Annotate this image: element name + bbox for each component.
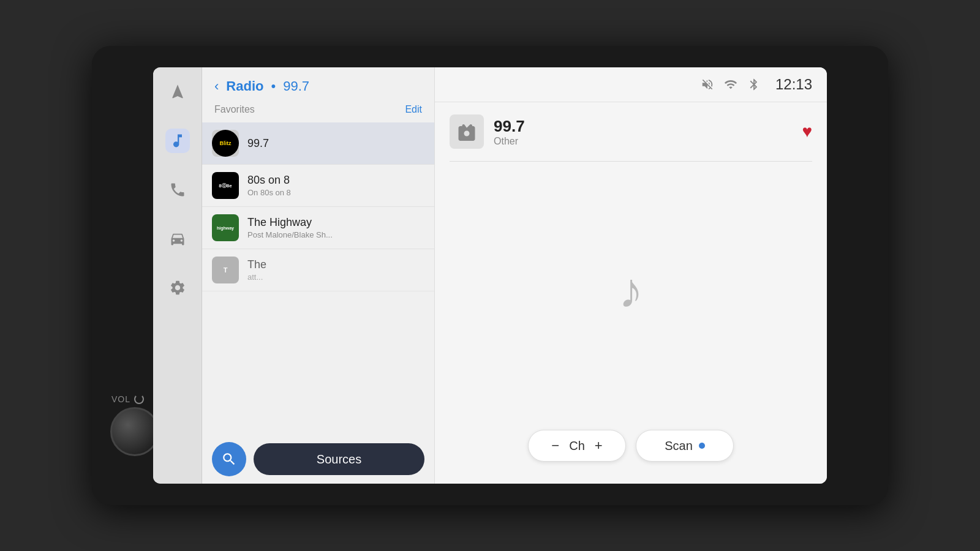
device-frame: VOL bbox=[92, 46, 888, 505]
station-sub-highway: Post Malone/Blake Sh... bbox=[247, 230, 424, 239]
music-note-icon: ♪ bbox=[619, 263, 643, 319]
sidebar-item-car[interactable] bbox=[165, 227, 190, 251]
station-display: 99.7 Other ♥ bbox=[450, 114, 812, 149]
station-name-highway: The Highway bbox=[247, 216, 424, 229]
highway-logo-icon: highway bbox=[217, 226, 234, 230]
screen: ‹ Radio • 99.7 Favorites Edit Blitz 99.7 bbox=[153, 67, 827, 484]
status-bar: 12:13 bbox=[435, 67, 827, 102]
ch-label: Ch bbox=[569, 439, 585, 453]
playing-station-info: 99.7 Other bbox=[494, 117, 525, 147]
vol-knob[interactable] bbox=[110, 407, 159, 456]
station4-logo-icon: T bbox=[224, 266, 228, 274]
radio-icon-box bbox=[450, 114, 484, 149]
time-display: 12:13 bbox=[775, 76, 812, 93]
scan-dot-indicator bbox=[699, 443, 705, 449]
now-playing-section: 99.7 Other ♥ ♪ − Ch + bbox=[435, 102, 827, 484]
blitz-logo-icon: Blitz bbox=[212, 130, 239, 157]
sources-label: Sources bbox=[317, 452, 361, 467]
station-item-4[interactable]: T The att... bbox=[202, 249, 434, 291]
sidebar-item-phone[interactable] bbox=[165, 178, 190, 202]
playing-type: Other bbox=[494, 136, 525, 147]
search-button[interactable] bbox=[212, 442, 246, 476]
header-frequency: 99.7 bbox=[283, 78, 309, 94]
edit-button[interactable]: Edit bbox=[405, 104, 422, 115]
station-info-997: 99.7 bbox=[247, 137, 424, 150]
radio-icon bbox=[456, 121, 478, 143]
sources-button[interactable]: Sources bbox=[254, 443, 424, 475]
station-sub-80s: On 80s on 8 bbox=[247, 188, 424, 197]
station-info-highway: The Highway Post Malone/Blake Sh... bbox=[247, 216, 424, 239]
station-name-997: 99.7 bbox=[247, 137, 424, 150]
sidebar-item-music[interactable] bbox=[165, 129, 190, 153]
panel-header: ‹ Radio • 99.7 bbox=[202, 67, 434, 102]
ch-minus-button[interactable]: − bbox=[551, 438, 559, 454]
bottom-bar: Sources bbox=[202, 435, 434, 484]
scan-button[interactable]: Scan bbox=[636, 430, 734, 462]
back-button[interactable]: ‹ bbox=[214, 78, 219, 94]
power-icon bbox=[134, 394, 144, 404]
playing-frequency: 99.7 bbox=[494, 117, 525, 136]
station-info-4: The att... bbox=[247, 258, 424, 282]
channel-control[interactable]: − Ch + bbox=[528, 430, 626, 462]
station-logo-highway: highway bbox=[212, 214, 239, 241]
vol-label: VOL bbox=[111, 394, 144, 404]
scan-label: Scan bbox=[665, 439, 693, 453]
left-panel: ‹ Radio • 99.7 Favorites Edit Blitz 99.7 bbox=[202, 67, 435, 484]
sidebar-item-navigation[interactable] bbox=[165, 80, 190, 104]
ch-plus-button[interactable]: + bbox=[595, 438, 603, 454]
bose-logo-icon: 8⓪8e bbox=[219, 182, 232, 189]
bluetooth-icon bbox=[747, 78, 761, 91]
station-item-80s[interactable]: 8⓪8e 80s on 8 On 80s on 8 bbox=[202, 165, 434, 207]
no-signal-icon bbox=[724, 78, 737, 91]
mute-icon bbox=[701, 78, 714, 91]
header-title: Radio bbox=[226, 78, 263, 94]
search-icon bbox=[221, 451, 237, 467]
station-name-4: The bbox=[247, 258, 424, 271]
station-item-highway[interactable]: highway The Highway Post Malone/Blake Sh… bbox=[202, 207, 434, 249]
station-name-80s: 80s on 8 bbox=[247, 174, 424, 187]
station-sub-4: att... bbox=[247, 272, 424, 282]
favorites-header: Favorites Edit bbox=[202, 102, 434, 122]
right-panel: 12:13 99.7 Other ♥ bbox=[435, 67, 827, 484]
station-logo-997: Blitz bbox=[212, 130, 239, 157]
sidebar bbox=[153, 67, 202, 484]
station-info-80s: 80s on 8 On 80s on 8 bbox=[247, 174, 424, 197]
station-list: Blitz 99.7 8⓪8e 80s on 8 On 80s on 8 bbox=[202, 122, 434, 484]
favorites-label: Favorites bbox=[214, 104, 255, 115]
heart-favorite-button[interactable]: ♥ bbox=[802, 122, 812, 141]
header-dot: • bbox=[271, 78, 276, 94]
station-item-997[interactable]: Blitz 99.7 bbox=[202, 122, 434, 165]
sidebar-item-settings[interactable] bbox=[165, 276, 190, 300]
controls-bar: − Ch + Scan bbox=[450, 420, 812, 471]
station-logo-4: T bbox=[212, 257, 239, 283]
station-logo-80s: 8⓪8e bbox=[212, 172, 239, 199]
music-note-area: ♪ bbox=[450, 162, 812, 420]
